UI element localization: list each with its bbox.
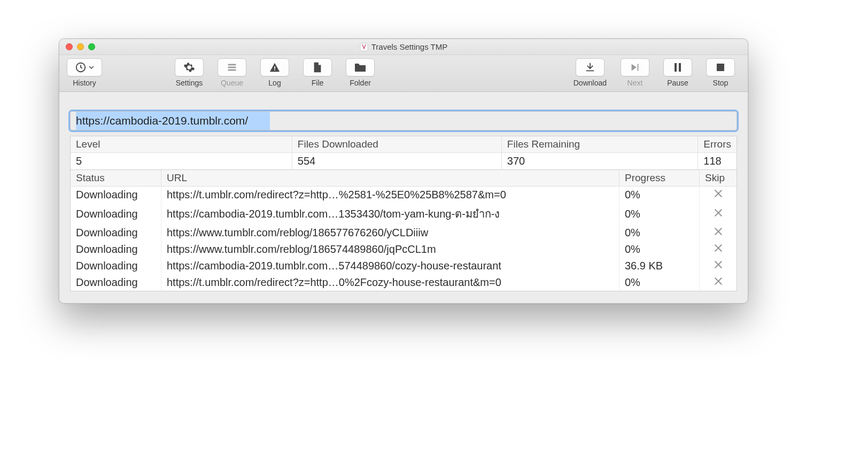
skip-cell[interactable] <box>700 203 737 225</box>
history-label: History <box>73 79 96 87</box>
url-cell: https://t.umblr.com/redirect?z=http…%258… <box>161 187 619 204</box>
skip-cell[interactable] <box>700 187 737 204</box>
app-window: Travels Settings TMP History Settings Qu… <box>59 38 748 304</box>
close-icon[interactable] <box>714 189 723 198</box>
url-cell: https://t.umblr.com/redirect?z=http…0%2F… <box>161 274 619 291</box>
next-label: Next <box>627 79 643 87</box>
folder-icon <box>354 61 367 73</box>
table-row[interactable]: Downloadinghttps://www.tumblr.com/reblog… <box>71 241 737 258</box>
stop-group: Stop <box>706 58 735 87</box>
progress-cell: 0% <box>619 274 700 291</box>
history-button[interactable] <box>67 58 102 76</box>
toolbar: History Settings Queue Log File <box>59 55 748 92</box>
url-cell: https://cambodia-2019.tumblr.com…5744898… <box>161 258 619 274</box>
progress-cell: 36.9 KB <box>619 258 700 274</box>
downloads-table: Status URL Progress Skip Downloadinghttp… <box>70 170 737 291</box>
progress-cell: 0% <box>619 203 700 225</box>
settings-label: Settings <box>176 79 203 87</box>
content-area: Level Files Downloaded Files Remaining E… <box>59 92 748 303</box>
close-icon[interactable] <box>714 276 723 286</box>
skip-cell[interactable] <box>700 258 737 274</box>
svg-rect-5 <box>675 63 677 72</box>
remaining-value: 370 <box>501 153 698 170</box>
close-window-button[interactable] <box>66 43 73 50</box>
status-cell: Downloading <box>71 187 161 204</box>
close-icon[interactable] <box>714 243 723 253</box>
stats-table: Level Files Downloaded Files Remaining E… <box>70 136 737 170</box>
stop-icon <box>715 62 726 73</box>
chevron-down-icon <box>89 65 94 70</box>
zoom-window-button[interactable] <box>88 43 95 50</box>
skip-cell[interactable] <box>700 225 737 241</box>
level-value: 5 <box>71 153 292 170</box>
download-group: Download <box>574 58 607 87</box>
queue-icon <box>226 61 238 73</box>
errors-value: 118 <box>698 153 737 170</box>
close-icon[interactable] <box>714 208 723 218</box>
url-cell: https://www.tumblr.com/reblog/1865776762… <box>161 225 619 241</box>
folder-button[interactable] <box>346 58 375 76</box>
stop-button[interactable] <box>706 58 735 76</box>
table-row[interactable]: Downloadinghttps://cambodia-2019.tumblr.… <box>71 203 737 225</box>
svg-rect-4 <box>228 69 236 71</box>
file-button[interactable] <box>303 58 332 76</box>
skip-cell[interactable] <box>700 241 737 258</box>
titlebar[interactable]: Travels Settings TMP <box>59 39 748 55</box>
window-controls <box>66 43 95 50</box>
window-title: Travels Settings TMP <box>59 42 748 51</box>
pause-icon <box>672 61 683 73</box>
svg-rect-7 <box>717 64 724 71</box>
svg-rect-2 <box>228 64 236 66</box>
status-cell: Downloading <box>71 258 161 274</box>
progress-cell: 0% <box>619 225 700 241</box>
close-icon[interactable] <box>714 227 723 236</box>
folder-group: Folder <box>346 58 375 87</box>
col-url-header[interactable]: URL <box>161 170 619 187</box>
download-button[interactable] <box>576 58 604 76</box>
url-input[interactable] <box>70 111 737 130</box>
progress-cell: 0% <box>619 187 700 204</box>
app-icon <box>360 43 368 51</box>
table-row[interactable]: Downloadinghttps://t.umblr.com/redirect?… <box>71 187 737 204</box>
status-cell: Downloading <box>71 203 161 225</box>
log-button[interactable] <box>260 58 289 76</box>
settings-button[interactable] <box>175 58 204 76</box>
next-icon <box>629 61 641 73</box>
next-button[interactable] <box>621 58 649 76</box>
table-row[interactable]: Downloadinghttps://www.tumblr.com/reblog… <box>71 225 737 241</box>
table-row[interactable]: Downloadinghttps://cambodia-2019.tumblr.… <box>71 258 737 274</box>
col-progress-header[interactable]: Progress <box>619 170 700 187</box>
close-icon[interactable] <box>714 260 723 269</box>
minimize-window-button[interactable] <box>77 43 84 50</box>
col-level-header[interactable]: Level <box>71 136 292 153</box>
col-errors-header[interactable]: Errors <box>698 136 737 153</box>
settings-group: Settings <box>175 58 204 87</box>
queue-group: Queue <box>218 58 246 87</box>
url-cell: https://cambodia-2019.tumblr.com…1353430… <box>161 203 619 225</box>
svg-rect-0 <box>360 43 368 51</box>
log-group: Log <box>260 58 289 87</box>
folder-label: Folder <box>350 79 371 87</box>
table-row[interactable]: Downloadinghttps://t.umblr.com/redirect?… <box>71 274 737 291</box>
download-icon <box>584 61 596 73</box>
queue-button[interactable] <box>218 58 246 76</box>
queue-label: Queue <box>221 79 243 87</box>
next-group: Next <box>621 58 649 87</box>
warning-icon <box>269 61 281 73</box>
status-cell: Downloading <box>71 274 161 291</box>
col-downloaded-header[interactable]: Files Downloaded <box>292 136 501 153</box>
pause-button[interactable] <box>663 58 692 76</box>
skip-cell[interactable] <box>700 274 737 291</box>
col-remaining-header[interactable]: Files Remaining <box>501 136 698 153</box>
stop-label: Stop <box>713 79 728 87</box>
file-label: File <box>312 79 324 87</box>
file-group: File <box>303 58 332 87</box>
svg-rect-6 <box>679 63 681 72</box>
status-cell: Downloading <box>71 225 161 241</box>
url-cell: https://www.tumblr.com/reblog/1865744898… <box>161 241 619 258</box>
status-cell: Downloading <box>71 241 161 258</box>
col-status-header[interactable]: Status <box>71 170 161 187</box>
progress-cell: 0% <box>619 241 700 258</box>
col-skip-header[interactable]: Skip <box>700 170 737 187</box>
gear-icon <box>183 61 195 73</box>
